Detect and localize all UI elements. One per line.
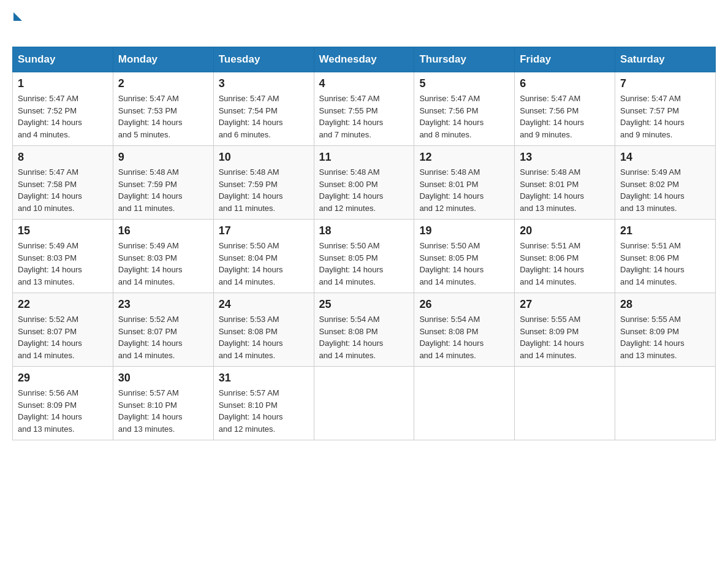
calendar-cell: 31 Sunrise: 5:57 AMSunset: 8:10 PMDaylig… bbox=[213, 367, 314, 440]
day-info: Sunrise: 5:49 AMSunset: 8:02 PMDaylight:… bbox=[620, 167, 684, 213]
calendar-cell: 7 Sunrise: 5:47 AMSunset: 7:57 PMDayligh… bbox=[615, 72, 716, 146]
day-number: 16 bbox=[118, 224, 208, 237]
calendar-cell: 19 Sunrise: 5:50 AMSunset: 8:05 PMDaylig… bbox=[414, 220, 515, 293]
calendar-cell: 14 Sunrise: 5:49 AMSunset: 8:02 PMDaylig… bbox=[615, 146, 716, 220]
day-info: Sunrise: 5:48 AMSunset: 8:01 PMDaylight:… bbox=[520, 167, 584, 213]
day-number: 17 bbox=[219, 224, 309, 237]
day-info: Sunrise: 5:49 AMSunset: 8:03 PMDaylight:… bbox=[18, 241, 82, 286]
calendar-cell: 3 Sunrise: 5:47 AMSunset: 7:54 PMDayligh… bbox=[213, 72, 314, 146]
day-info: Sunrise: 5:48 AMSunset: 7:59 PMDaylight:… bbox=[118, 167, 183, 213]
calendar-week-5: 29 Sunrise: 5:56 AMSunset: 8:09 PMDaylig… bbox=[13, 367, 716, 440]
logo-blue-text bbox=[12, 21, 13, 37]
logo bbox=[12, 12, 22, 37]
th-tuesday: Tuesday bbox=[213, 47, 314, 72]
day-info: Sunrise: 5:47 AMSunset: 7:53 PMDaylight:… bbox=[118, 94, 183, 139]
calendar-cell: 27 Sunrise: 5:55 AMSunset: 8:09 PMDaylig… bbox=[515, 293, 615, 367]
calendar-cell: 29 Sunrise: 5:56 AMSunset: 8:09 PMDaylig… bbox=[13, 367, 113, 440]
day-info: Sunrise: 5:56 AMSunset: 8:09 PMDaylight:… bbox=[18, 388, 82, 434]
day-info: Sunrise: 5:47 AMSunset: 7:57 PMDaylight:… bbox=[620, 94, 684, 139]
day-number: 23 bbox=[118, 298, 208, 311]
calendar-cell: 23 Sunrise: 5:52 AMSunset: 8:07 PMDaylig… bbox=[113, 293, 213, 367]
day-number: 11 bbox=[319, 151, 409, 164]
calendar-cell: 28 Sunrise: 5:55 AMSunset: 8:09 PMDaylig… bbox=[615, 293, 716, 367]
day-number: 2 bbox=[118, 77, 208, 90]
day-info: Sunrise: 5:54 AMSunset: 8:08 PMDaylight:… bbox=[319, 315, 384, 360]
header-row: Sunday Monday Tuesday Wednesday Thursday… bbox=[13, 47, 716, 72]
calendar-cell: 25 Sunrise: 5:54 AMSunset: 8:08 PMDaylig… bbox=[314, 293, 414, 367]
day-info: Sunrise: 5:49 AMSunset: 8:03 PMDaylight:… bbox=[118, 241, 183, 286]
day-number: 7 bbox=[620, 77, 710, 90]
day-number: 10 bbox=[219, 151, 309, 164]
day-info: Sunrise: 5:51 AMSunset: 8:06 PMDaylight:… bbox=[520, 241, 584, 286]
th-saturday: Saturday bbox=[615, 47, 716, 72]
day-number: 13 bbox=[520, 151, 610, 164]
day-number: 19 bbox=[419, 224, 509, 237]
day-number: 21 bbox=[620, 224, 710, 237]
calendar-cell: 11 Sunrise: 5:48 AMSunset: 8:00 PMDaylig… bbox=[314, 146, 414, 220]
day-number: 15 bbox=[18, 224, 108, 237]
day-number: 27 bbox=[520, 298, 610, 311]
th-friday: Friday bbox=[515, 47, 615, 72]
day-number: 22 bbox=[18, 298, 108, 311]
calendar-cell: 21 Sunrise: 5:51 AMSunset: 8:06 PMDaylig… bbox=[615, 220, 716, 293]
day-info: Sunrise: 5:53 AMSunset: 8:08 PMDaylight:… bbox=[219, 315, 283, 360]
calendar-cell: 6 Sunrise: 5:47 AMSunset: 7:56 PMDayligh… bbox=[515, 72, 615, 146]
calendar-week-4: 22 Sunrise: 5:52 AMSunset: 8:07 PMDaylig… bbox=[13, 293, 716, 367]
day-info: Sunrise: 5:52 AMSunset: 8:07 PMDaylight:… bbox=[118, 315, 183, 360]
calendar-cell: 8 Sunrise: 5:47 AMSunset: 7:58 PMDayligh… bbox=[13, 146, 113, 220]
day-number: 6 bbox=[520, 77, 610, 90]
calendar-cell bbox=[615, 367, 716, 440]
day-number: 9 bbox=[118, 151, 208, 164]
day-info: Sunrise: 5:52 AMSunset: 8:07 PMDaylight:… bbox=[18, 315, 82, 360]
day-number: 29 bbox=[18, 372, 108, 385]
calendar-cell: 22 Sunrise: 5:52 AMSunset: 8:07 PMDaylig… bbox=[13, 293, 113, 367]
day-info: Sunrise: 5:51 AMSunset: 8:06 PMDaylight:… bbox=[620, 241, 684, 286]
day-info: Sunrise: 5:48 AMSunset: 8:00 PMDaylight:… bbox=[319, 167, 384, 213]
calendar-week-2: 8 Sunrise: 5:47 AMSunset: 7:58 PMDayligh… bbox=[13, 146, 716, 220]
day-info: Sunrise: 5:48 AMSunset: 8:01 PMDaylight:… bbox=[419, 167, 483, 213]
day-number: 20 bbox=[520, 224, 610, 237]
calendar-cell: 13 Sunrise: 5:48 AMSunset: 8:01 PMDaylig… bbox=[515, 146, 615, 220]
day-number: 25 bbox=[319, 298, 409, 311]
day-number: 26 bbox=[419, 298, 509, 311]
day-number: 12 bbox=[419, 151, 509, 164]
day-number: 14 bbox=[620, 151, 710, 164]
day-number: 28 bbox=[620, 298, 710, 311]
day-info: Sunrise: 5:47 AMSunset: 7:58 PMDaylight:… bbox=[18, 167, 82, 213]
day-info: Sunrise: 5:47 AMSunset: 7:52 PMDaylight:… bbox=[18, 94, 82, 139]
calendar-cell: 16 Sunrise: 5:49 AMSunset: 8:03 PMDaylig… bbox=[113, 220, 213, 293]
calendar-table: Sunday Monday Tuesday Wednesday Thursday… bbox=[12, 47, 716, 440]
calendar-cell: 4 Sunrise: 5:47 AMSunset: 7:55 PMDayligh… bbox=[314, 72, 414, 146]
day-info: Sunrise: 5:57 AMSunset: 8:10 PMDaylight:… bbox=[118, 388, 183, 434]
day-info: Sunrise: 5:50 AMSunset: 8:04 PMDaylight:… bbox=[219, 241, 283, 286]
day-info: Sunrise: 5:54 AMSunset: 8:08 PMDaylight:… bbox=[419, 315, 483, 360]
calendar-cell: 18 Sunrise: 5:50 AMSunset: 8:05 PMDaylig… bbox=[314, 220, 414, 293]
day-number: 18 bbox=[319, 224, 409, 237]
day-info: Sunrise: 5:47 AMSunset: 7:56 PMDaylight:… bbox=[419, 94, 483, 139]
calendar-cell: 26 Sunrise: 5:54 AMSunset: 8:08 PMDaylig… bbox=[414, 293, 515, 367]
calendar-cell bbox=[414, 367, 515, 440]
page-header bbox=[12, 12, 716, 37]
day-number: 8 bbox=[18, 151, 108, 164]
day-number: 30 bbox=[118, 372, 208, 385]
calendar-cell: 30 Sunrise: 5:57 AMSunset: 8:10 PMDaylig… bbox=[113, 367, 213, 440]
calendar-cell: 17 Sunrise: 5:50 AMSunset: 8:04 PMDaylig… bbox=[213, 220, 314, 293]
calendar-week-1: 1 Sunrise: 5:47 AMSunset: 7:52 PMDayligh… bbox=[13, 72, 716, 146]
calendar-cell: 15 Sunrise: 5:49 AMSunset: 8:03 PMDaylig… bbox=[13, 220, 113, 293]
th-sunday: Sunday bbox=[13, 47, 113, 72]
calendar-cell bbox=[314, 367, 414, 440]
day-number: 3 bbox=[219, 77, 309, 90]
day-number: 4 bbox=[319, 77, 409, 90]
day-number: 24 bbox=[219, 298, 309, 311]
calendar-cell: 1 Sunrise: 5:47 AMSunset: 7:52 PMDayligh… bbox=[13, 72, 113, 146]
calendar-cell bbox=[515, 367, 615, 440]
calendar-cell: 20 Sunrise: 5:51 AMSunset: 8:06 PMDaylig… bbox=[515, 220, 615, 293]
day-info: Sunrise: 5:55 AMSunset: 8:09 PMDaylight:… bbox=[520, 315, 584, 360]
th-wednesday: Wednesday bbox=[314, 47, 414, 72]
calendar-cell: 5 Sunrise: 5:47 AMSunset: 7:56 PMDayligh… bbox=[414, 72, 515, 146]
day-info: Sunrise: 5:50 AMSunset: 8:05 PMDaylight:… bbox=[419, 241, 483, 286]
th-thursday: Thursday bbox=[414, 47, 515, 72]
day-number: 1 bbox=[18, 77, 108, 90]
day-info: Sunrise: 5:47 AMSunset: 7:54 PMDaylight:… bbox=[219, 94, 283, 139]
day-info: Sunrise: 5:55 AMSunset: 8:09 PMDaylight:… bbox=[620, 315, 684, 360]
